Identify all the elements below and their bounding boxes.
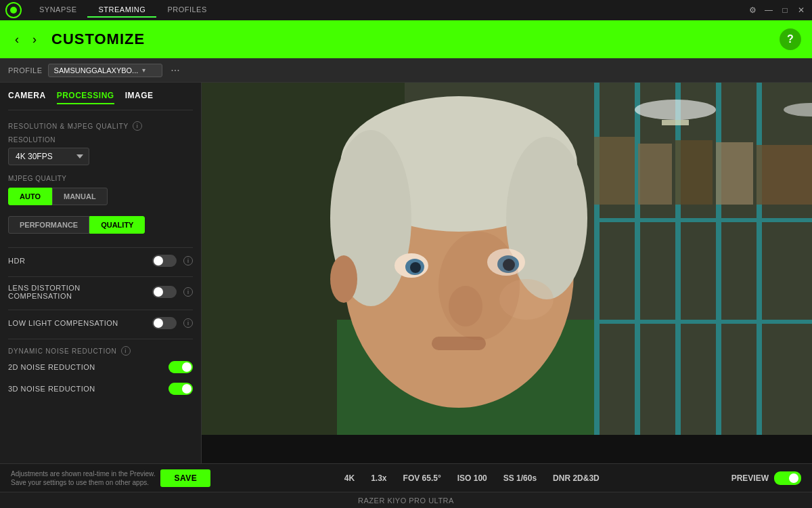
lens-distortion-toggle-thumb xyxy=(154,287,163,297)
hdr-toggle[interactable] xyxy=(152,255,177,267)
svg-rect-13 xyxy=(638,144,672,205)
svg-rect-6 xyxy=(635,83,640,435)
profile-label: PROFILE xyxy=(8,66,43,75)
low-light-toggle-thumb xyxy=(154,318,163,328)
svg-rect-5 xyxy=(594,83,600,435)
divider-3 xyxy=(8,310,193,310)
performance-button[interactable]: PERFORMANCE xyxy=(8,216,89,234)
window-controls: ⚙ — □ ✕ xyxy=(747,5,807,16)
nav-synapse[interactable]: SYNAPSE xyxy=(28,3,87,18)
lens-distortion-row: LENS DISTORTION COMPENSATION i xyxy=(8,284,193,300)
divider-2 xyxy=(8,276,193,277)
main-layout: CAMERA PROCESSING IMAGE RESOLUTION & MJP… xyxy=(0,83,812,463)
svg-rect-7 xyxy=(675,83,681,435)
stat-resolution: 4K xyxy=(344,473,355,483)
titlebar-nav: SYNAPSE STREAMING PROFILES xyxy=(28,3,747,18)
resolution-label: RESOLUTION xyxy=(8,136,193,144)
svg-rect-8 xyxy=(716,83,721,435)
settings-button[interactable]: ⚙ xyxy=(747,5,758,16)
camera-name: RAZER KIYO PRO ULTRA xyxy=(358,496,454,505)
profile-select[interactable]: SAMSUNGGALAXYBO... ▾ xyxy=(48,64,163,77)
stat-iso: ISO 100 xyxy=(457,473,487,483)
noise-3d-toggle[interactable] xyxy=(168,383,193,395)
profile-value: SAMSUNGGALAXYBO... xyxy=(54,66,139,75)
header-nav: ‹ › CUSTOMIZE xyxy=(11,30,145,49)
stat-shutter: SS 1/60s xyxy=(503,473,537,483)
tab-processing[interactable]: PROCESSING xyxy=(57,91,114,104)
nav-profiles[interactable]: PROFILES xyxy=(156,3,217,18)
stat-dnr: DNR 2D&3D xyxy=(553,473,600,483)
noise-2d-toggle[interactable] xyxy=(168,361,193,373)
mjpeg-manual-button[interactable]: MANUAL xyxy=(52,188,108,205)
resolution-section-label: RESOLUTION & MJPEG QUALITY i xyxy=(8,121,193,131)
bottom-left: Adjustments are shown real-time in the P… xyxy=(11,469,212,487)
low-light-row: LOW LIGHT COMPENSATION i xyxy=(8,317,193,329)
svg-rect-12 xyxy=(594,137,635,205)
maximize-button[interactable]: □ xyxy=(780,5,790,16)
forward-button[interactable]: › xyxy=(28,30,41,49)
svg-rect-18 xyxy=(662,120,689,125)
tab-camera[interactable]: CAMERA xyxy=(8,91,46,104)
lens-distortion-label: LENS DISTORTION COMPENSATION xyxy=(8,284,145,300)
camera-name-bar: RAZER KIYO PRO ULTRA xyxy=(0,492,812,508)
title-bar: SYNAPSE STREAMING PROFILES ⚙ — □ ✕ xyxy=(0,0,812,20)
profile-bar: PROFILE SAMSUNGGALAXYBO... ▾ ··· xyxy=(0,58,812,83)
page-title: CUSTOMIZE xyxy=(51,30,145,48)
preview-toggle-area: PREVIEW xyxy=(731,471,801,485)
lens-distortion-info-icon[interactable]: i xyxy=(183,287,193,297)
bottom-stats: 4K 1.3x FOV 65.5° ISO 100 SS 1/60s DNR 2… xyxy=(218,473,726,483)
resolution-info-icon[interactable]: i xyxy=(133,121,142,131)
perf-quality-group: PERFORMANCE QUALITY xyxy=(8,216,193,234)
svg-point-35 xyxy=(330,255,357,303)
help-button[interactable]: ? xyxy=(780,28,801,50)
noise-3d-row: 3D NOISE REDUCTION xyxy=(8,383,193,395)
preview-toggle[interactable] xyxy=(774,471,801,485)
resolution-dropdown[interactable]: 4K 30FPS 1080P 60FPS 1080P 30FPS 720P 60… xyxy=(8,148,89,165)
svg-point-17 xyxy=(635,100,716,120)
save-hint: Adjustments are shown real-time in the P… xyxy=(11,469,155,487)
noise-3d-toggle-thumb xyxy=(182,384,191,394)
stat-fov: FOV 65.5° xyxy=(403,473,441,483)
bottom-bar: Adjustments are shown real-time in the P… xyxy=(0,463,812,492)
noise-2d-toggle-thumb xyxy=(182,362,191,372)
tab-image[interactable]: IMAGE xyxy=(125,91,154,104)
noise-3d-label: 3D NOISE REDUCTION xyxy=(8,385,162,393)
back-button[interactable]: ‹ xyxy=(11,30,23,49)
divider-4 xyxy=(8,339,193,339)
dnr-info-icon[interactable]: i xyxy=(121,346,131,356)
svg-point-1 xyxy=(10,7,17,14)
low-light-label: LOW LIGHT COMPENSATION xyxy=(8,319,145,327)
hdr-row: HDR i xyxy=(8,255,193,267)
hdr-toggle-thumb xyxy=(154,256,163,266)
profile-more-button[interactable]: ··· xyxy=(168,63,182,78)
mjpeg-auto-button[interactable]: AUTO xyxy=(8,188,52,205)
noise-2d-label: 2D NOISE REDUCTION xyxy=(8,363,162,371)
preview-toggle-thumb xyxy=(789,473,798,483)
app-logo xyxy=(5,2,22,18)
nav-streaming[interactable]: STREAMING xyxy=(87,3,156,18)
dropdown-chevron-icon: ▾ xyxy=(142,66,145,74)
svg-rect-15 xyxy=(716,142,753,205)
dnr-section-label: DYNAMIC NOISE REDUCTION i xyxy=(8,346,193,356)
minimize-button[interactable]: — xyxy=(763,5,774,16)
lens-distortion-toggle[interactable] xyxy=(152,286,177,298)
svg-rect-9 xyxy=(757,83,762,435)
svg-rect-16 xyxy=(757,145,812,205)
svg-rect-14 xyxy=(675,140,713,205)
divider-1 xyxy=(8,247,193,248)
svg-point-31 xyxy=(410,262,421,273)
low-light-info-icon[interactable]: i xyxy=(183,318,193,328)
close-button[interactable]: ✕ xyxy=(796,5,807,16)
hdr-label: HDR xyxy=(8,257,145,265)
low-light-toggle[interactable] xyxy=(152,317,177,329)
hdr-info-icon[interactable]: i xyxy=(183,256,193,266)
tab-bar: CAMERA PROCESSING IMAGE xyxy=(8,91,193,110)
save-button[interactable]: SAVE xyxy=(160,469,210,487)
svg-rect-10 xyxy=(594,218,812,222)
svg-rect-11 xyxy=(594,320,812,324)
noise-2d-row: 2D NOISE REDUCTION xyxy=(8,361,193,373)
mjpeg-label: MJPEG QUALITY xyxy=(8,175,193,182)
header-bar: ‹ › CUSTOMIZE ? xyxy=(0,20,812,58)
preview-label: PREVIEW xyxy=(731,473,769,483)
quality-button[interactable]: QUALITY xyxy=(89,216,145,234)
